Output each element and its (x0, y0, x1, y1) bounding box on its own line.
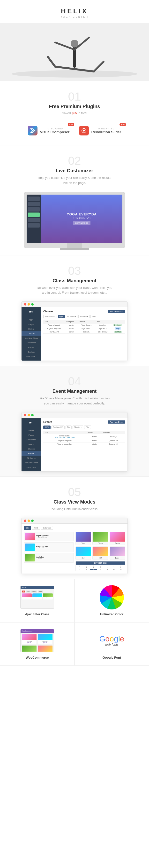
add-new-class-btn[interactable]: Add New Class (108, 310, 125, 313)
ajax-pilates-btn[interactable]: Pilates (38, 591, 43, 592)
ev-cell-title-2: Yoga for beginner (43, 439, 86, 442)
dates-filter[interactable]: All dates ▾ (73, 426, 83, 429)
vm-content: Yoga Beginners Mon, Wed, Fri Advanced Yo… (24, 532, 125, 571)
table-row: How to static 1 Edit | Quick Edit | Tras… (43, 434, 125, 439)
events-filters: All (8) Published (8) Title All dates ▾ … (43, 426, 125, 429)
ev-sidebar-sliders[interactable]: Sliders (22, 442, 41, 446)
sidebar-item-add-class[interactable]: Add New Class (22, 336, 41, 340)
ev-sidebar-all-events[interactable]: All Events (22, 456, 41, 460)
google-fonts-display: Google web fonts (95, 629, 129, 652)
rs-icon (79, 126, 89, 135)
events-sidebar-logo: WP (22, 421, 41, 427)
ev-sidebar-event-tags[interactable]: Event Tags (22, 470, 41, 471)
ev-sidebar-classes[interactable]: Classes (22, 446, 41, 451)
woo-icon-container: WooCommerce Yoga Mat $29.99 Yoga Block (20, 628, 54, 653)
google-font-title: Google Font (78, 656, 145, 659)
ajax-grid: Yoga Fitness Pilates (22, 593, 53, 599)
ev-sidebar-pages[interactable]: Pages (22, 433, 41, 437)
monitor-screen: YOGA EVERYDA THE DOCTOR LEARN MORE (27, 194, 122, 243)
rs-badge: $19 (119, 123, 126, 126)
all-dates-filter[interactable]: All Dates ▾ (78, 315, 89, 318)
vc-badge: $34 (68, 123, 74, 126)
sidebar-item-apps[interactable]: Apps (22, 317, 41, 322)
ajax-fitness-btn[interactable]: Fitness (31, 591, 37, 592)
section-title-02: Live Customizer (5, 168, 144, 174)
ev-col-title: Title (43, 431, 86, 434)
ajax-dot-1 (22, 587, 23, 588)
ajax-dot-2 (24, 587, 25, 588)
add-new-event-btn[interactable]: Add New Event (108, 421, 125, 424)
sidebar-item-pages[interactable]: Pages (22, 322, 41, 327)
tab-grid[interactable]: Grid (32, 526, 40, 530)
filter-btn[interactable]: Filter (90, 315, 97, 318)
vm-list-view: Yoga Beginners Mon, Wed, Fri Advanced Yo… (24, 532, 74, 571)
ev-sidebar-comments[interactable]: Comments (22, 437, 41, 442)
ajax-filter-title: Ajax Filter Class (4, 612, 71, 616)
woo-header-text: WooCommerce (22, 630, 32, 632)
ajax-all-btn[interactable]: All (22, 591, 25, 592)
ajax-item-1: Yoga (22, 593, 32, 599)
svg-point-1 (12, 70, 137, 78)
bulk-actions-filter[interactable]: Bulk Actions ▾ (43, 315, 57, 318)
events-topbar: Events Add New Event (43, 421, 125, 424)
woo-body: Yoga Mat $29.99 Yoga Block $12.99 (21, 633, 54, 652)
class-screenshot-titlebar (22, 302, 127, 307)
features-grid: All Yoga Fitness Pilates Yoga Fitness (0, 579, 149, 666)
events-body: WP Media Pages Comments Sliders Classes … (22, 418, 127, 471)
class-page-title: Classes (43, 310, 53, 313)
filter-events-btn[interactable]: Filter (84, 426, 91, 429)
cell-title-1: Yoga advanced (43, 323, 65, 327)
vm-titlebar (22, 518, 127, 524)
sidebar-item-sliders[interactable]: Sliders (22, 327, 41, 331)
woo-product-info-3: Strap $8.99 (22, 652, 37, 652)
ev-cell-title-1: How to static 1 Edit | Quick Edit | Tras… (43, 434, 86, 439)
ev-cell-loc-2: Queens, NY (102, 439, 125, 442)
all-status-filter[interactable]: All Status ▾ (66, 315, 78, 318)
ev-sidebar-media[interactable]: Media (22, 428, 41, 433)
apply-filter[interactable]: Apply (58, 315, 65, 318)
dot-red-ev (24, 414, 26, 416)
woo-product-info-1: Yoga Mat $29.99 (22, 640, 37, 644)
section-desc-05: Including List/Grid/Calendar class. (36, 507, 113, 512)
tab-list[interactable]: List (24, 526, 31, 530)
woo-product-img-3 (22, 646, 37, 652)
ajax-yoga-btn[interactable]: Yoga (26, 591, 31, 592)
events-titlebar (22, 412, 127, 418)
woo-product-3: Strap $8.99 (22, 645, 37, 652)
ajax-bar (21, 586, 54, 589)
dot-red-vm (24, 520, 26, 522)
title-filter[interactable]: Title (66, 426, 72, 429)
ajax-filter-icon-container: All Yoga Fitness Pilates Yoga Fitness (20, 585, 54, 610)
ev-cell-loc-3: Queens, NY (102, 442, 125, 446)
sidebar-item-classes[interactable]: Classes (22, 331, 41, 336)
published-filter[interactable]: Published (8) (51, 426, 64, 429)
cell-level-3: Click & know (95, 330, 111, 334)
sidebar-item-woo[interactable]: WooComm... (22, 354, 41, 359)
sidebar-item-all-classes[interactable]: All Classes (22, 340, 41, 345)
class-content: Classes Add New Class Bulk Actions ▾ App… (41, 307, 127, 361)
svg-marker-12 (83, 130, 85, 131)
all-filter[interactable]: All (8) (43, 426, 50, 429)
cell-status-3: Certified (111, 330, 125, 334)
section-number-05: 05 (5, 486, 144, 498)
ajax-dot-3 (25, 587, 26, 588)
vc-labels: INTEGRATED Visual Composer (40, 127, 69, 134)
vm-card-img-5 (92, 547, 108, 556)
col-status (111, 320, 125, 323)
vm-grid-view: Yoga Pilates Zumba Spin (75, 532, 125, 571)
ev-sidebar-event-cats[interactable]: Event Cats (22, 465, 41, 470)
ev-cell-title-3: Yoga advance class (43, 442, 86, 446)
ev-sidebar-add-event[interactable]: Add New Event (22, 460, 41, 465)
cell-admin-3: admin (65, 330, 78, 334)
tab-calendar[interactable]: Calendar (41, 526, 53, 530)
sidebar-item-events[interactable]: Events (22, 345, 41, 350)
monitor-yoga-text: YOGA EVERYDA THE DOCTOR LEARN MORE (67, 212, 97, 225)
ajax-img-3 (43, 593, 53, 597)
cell-admin-2: admin (65, 327, 78, 330)
ev-sidebar-events[interactable]: Events (22, 451, 41, 456)
vm-grid-cards: Yoga Pilates Zumba Spin (75, 532, 125, 560)
sidebar-item-contact[interactable]: Contact (22, 350, 41, 354)
vm-card-3: Zumba (110, 532, 125, 545)
woocommerce-title: WooCommerce (4, 656, 71, 659)
events-table: Title Author Location How to static 1 Ed… (43, 431, 125, 446)
